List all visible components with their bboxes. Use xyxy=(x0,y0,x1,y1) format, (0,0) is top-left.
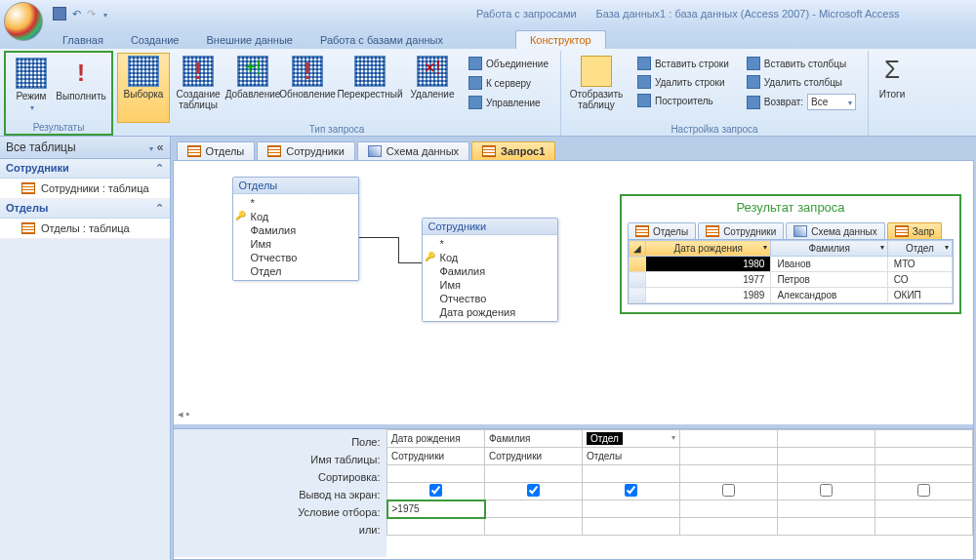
qbe-table-cell[interactable]: Сотрудники xyxy=(387,448,485,465)
qbe-sort-cell[interactable] xyxy=(485,465,583,483)
navpane-header[interactable]: Все таблицы « xyxy=(0,137,170,159)
field[interactable]: Имя xyxy=(233,237,358,251)
doctab-departments[interactable]: Отделы xyxy=(177,141,256,160)
qbe-field-cell[interactable] xyxy=(680,430,778,448)
field[interactable]: Имя xyxy=(423,278,557,292)
tablebox-employees[interactable]: Сотрудники * Код Фамилия Имя Отчество Да… xyxy=(422,218,558,322)
qbe-field-cell[interactable]: Отдел xyxy=(583,430,680,448)
qbe-or-cell[interactable] xyxy=(875,518,973,536)
qbe-sort-cell[interactable] xyxy=(583,465,680,483)
delete-cols-button[interactable]: Удалить столбцы xyxy=(743,73,860,91)
data-row[interactable]: 1989АлександровОКИП xyxy=(630,288,953,303)
scroll-left-icon[interactable]: ◂ ▪ xyxy=(178,408,190,420)
qbe-table-cell[interactable]: Отделы xyxy=(583,448,680,465)
qbe-show-cell[interactable] xyxy=(778,483,875,500)
crosstab-button[interactable]: Перекрестный xyxy=(336,53,404,123)
diagram-pane[interactable]: Отделы * Код Фамилия Имя Отчество Отдел … xyxy=(174,161,974,428)
qbe-or-cell[interactable] xyxy=(778,518,875,536)
field[interactable]: Отдел xyxy=(233,264,358,278)
qbe-criteria-cell[interactable] xyxy=(583,500,680,518)
qbe-criteria-cell[interactable]: >1975 xyxy=(387,500,485,518)
qbe-sort-cell[interactable] xyxy=(680,465,778,483)
field-star[interactable]: * xyxy=(233,196,358,210)
run-button[interactable]: Выполнить xyxy=(55,55,107,121)
field-key[interactable]: Код xyxy=(423,251,557,264)
cell[interactable]: Петров xyxy=(771,272,887,288)
column-header[interactable]: Фамилия xyxy=(771,241,887,257)
office-button[interactable] xyxy=(4,2,43,41)
result-tab-departments[interactable]: Отделы xyxy=(628,222,696,239)
column-header[interactable]: Отдел xyxy=(887,241,952,257)
view-button[interactable]: Режим xyxy=(10,55,53,121)
chevron-down-icon[interactable] xyxy=(147,140,153,154)
qbe-criteria-cell[interactable] xyxy=(778,500,875,518)
qat-menu-icon[interactable] xyxy=(102,8,107,20)
undo-icon[interactable]: ↶ xyxy=(72,8,81,20)
union-button[interactable]: Объединение xyxy=(465,55,552,72)
ribbon-tab-home[interactable]: Главная xyxy=(49,31,117,49)
row-selector[interactable] xyxy=(630,257,646,272)
field[interactable]: Дата рождения xyxy=(423,305,557,319)
redo-icon[interactable]: ↷ xyxy=(87,8,96,20)
qbe-table-cell[interactable] xyxy=(778,448,875,465)
tablebox-departments[interactable]: Отделы * Код Фамилия Имя Отчество Отдел xyxy=(232,177,359,281)
return-combo[interactable]: Все xyxy=(807,94,856,110)
qbe-table-cell[interactable] xyxy=(875,448,973,465)
qbe-or-cell[interactable] xyxy=(387,518,485,536)
field[interactable]: Фамилия xyxy=(233,223,358,237)
show-checkbox[interactable] xyxy=(625,484,637,497)
ribbon-tab-external[interactable]: Внешние данные xyxy=(193,31,306,49)
row-selector[interactable] xyxy=(630,288,646,303)
cell[interactable]: СО xyxy=(887,272,952,288)
qbe-criteria-cell[interactable] xyxy=(680,500,778,518)
field-star[interactable]: * xyxy=(423,237,557,251)
ribbon-tab-create[interactable]: Создание xyxy=(117,31,193,49)
cell[interactable]: Иванов xyxy=(771,257,887,272)
totals-button[interactable]: Σ Итоги xyxy=(873,53,912,134)
select-query-button[interactable]: Выборка xyxy=(117,53,170,123)
doctab-employees[interactable]: Сотрудники xyxy=(257,141,355,160)
show-checkbox[interactable] xyxy=(820,484,833,497)
qbe-table-cell[interactable] xyxy=(680,448,778,465)
cell[interactable]: 1980 xyxy=(646,257,771,272)
qbe-sort-cell[interactable] xyxy=(387,465,485,483)
show-checkbox[interactable] xyxy=(429,484,442,497)
qbe-or-cell[interactable] xyxy=(485,518,583,536)
doctab-query1[interactable]: Запрос1 xyxy=(471,141,555,160)
append-button[interactable]: +! Добавление xyxy=(226,53,279,123)
show-checkbox[interactable] xyxy=(917,484,930,497)
collapse-icon[interactable]: « xyxy=(157,140,164,154)
save-icon[interactable] xyxy=(53,7,66,20)
cell[interactable]: 1977 xyxy=(646,272,771,288)
ribbon-tab-design[interactable]: Конструктор xyxy=(515,30,606,49)
qbe-field-cell[interactable] xyxy=(778,430,875,448)
data-row[interactable]: 1977ПетровСО xyxy=(630,272,953,288)
field[interactable]: Отчество xyxy=(233,251,358,264)
field[interactable]: Фамилия xyxy=(423,264,557,278)
builder-button[interactable]: Построитель xyxy=(633,92,733,109)
insert-rows-button[interactable]: Вставить строки xyxy=(633,55,733,72)
qbe-or-cell[interactable] xyxy=(583,518,680,536)
navgroup-departments[interactable]: Отделы⌃ xyxy=(0,199,170,219)
showtable-button[interactable]: Отобразить таблицу xyxy=(565,53,628,123)
qbe-table-cell[interactable]: Сотрудники xyxy=(485,448,583,465)
qbe-show-cell[interactable] xyxy=(680,483,778,500)
maketable-button[interactable]: Создание таблицы xyxy=(172,53,224,123)
cell[interactable]: МТО xyxy=(887,257,952,272)
navgroup-employees[interactable]: Сотрудники⌃ xyxy=(0,159,170,179)
field-key[interactable]: Код xyxy=(233,210,358,223)
qbe-sort-cell[interactable] xyxy=(875,465,973,483)
insert-cols-button[interactable]: Вставить столбцы xyxy=(743,55,860,72)
qbe-show-cell[interactable] xyxy=(583,483,680,500)
column-header[interactable]: Дата рождения xyxy=(646,241,771,257)
cell[interactable]: ОКИП xyxy=(887,288,952,303)
qbe-criteria-cell[interactable] xyxy=(485,500,583,518)
cell[interactable]: Александров xyxy=(771,288,887,303)
qbe-grid[interactable]: Дата рождения Фамилия Отдел Сотрудники С… xyxy=(386,429,974,557)
relationship-line[interactable] xyxy=(359,237,398,238)
qbe-show-cell[interactable] xyxy=(875,483,973,500)
navitem-employees-table[interactable]: Сотрудники : таблица xyxy=(0,179,170,199)
select-all-cell[interactable]: ◢ xyxy=(630,241,646,257)
qbe-show-cell[interactable] xyxy=(387,483,485,500)
qbe-show-cell[interactable] xyxy=(485,483,583,500)
